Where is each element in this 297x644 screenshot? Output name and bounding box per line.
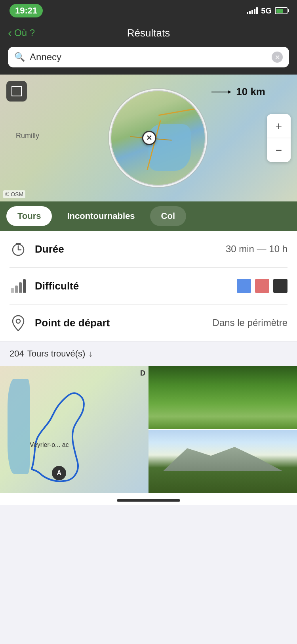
filter-departure[interactable]: Point de départ Dans le périmètre: [10, 305, 287, 341]
svg-point-7: [16, 319, 20, 323]
pin-icon: [10, 314, 27, 332]
tour-images: Veyrier-o... ac A D: [0, 366, 297, 493]
results-bar: 204 Tours trouvé(s) ↓: [0, 341, 297, 366]
tour-card[interactable]: Veyrier-o... ac A D: [0, 366, 297, 493]
home-bar: [117, 499, 180, 502]
svg-rect-2: [12, 86, 21, 96]
sort-icon[interactable]: ↓: [88, 349, 93, 359]
tour-map-thumbnail: Veyrier-o... ac A D: [0, 366, 148, 493]
difficulty-label: Difficulté: [35, 280, 79, 292]
osm-credit: © OSM: [3, 190, 25, 198]
duration-value: 30 min — 10 h: [226, 243, 287, 255]
search-input[interactable]: Annecy: [30, 52, 267, 63]
timer-icon: [10, 240, 27, 258]
signal-bars-icon: [247, 7, 258, 14]
chevron-left-icon: ‹: [8, 26, 12, 40]
forest-photo: [148, 366, 297, 429]
difficulty-icon: [10, 277, 27, 295]
tour-label-d: D: [140, 369, 145, 378]
map-area[interactable]: Rumilly ✕ 10: [0, 75, 297, 201]
difficulty-medium[interactable]: [255, 279, 269, 293]
difficulty-easy[interactable]: [237, 279, 251, 293]
clear-search-button[interactable]: ✕: [272, 52, 283, 63]
duration-label: Durée: [35, 243, 64, 255]
distance-text: 10 km: [236, 86, 265, 98]
results-label: Tours trouvé(s): [27, 349, 86, 359]
fullscreen-button[interactable]: [6, 81, 27, 102]
fullscreen-icon: [11, 86, 22, 96]
departure-value: Dans le périmètre: [213, 317, 287, 328]
search-container: 🔍 Annecy ✕: [0, 47, 297, 75]
route-line: [0, 366, 148, 493]
tab-col[interactable]: Col: [150, 206, 186, 226]
filter-duration[interactable]: Durée 30 min — 10 h: [10, 231, 287, 268]
page-title: Résultats: [127, 27, 170, 39]
search-icon: 🔍: [14, 52, 25, 62]
map-label-rumilly: Rumilly: [16, 132, 39, 140]
map-center-marker: ✕: [142, 131, 156, 145]
zoom-controls: + −: [267, 114, 291, 162]
status-right: 5G: [247, 6, 287, 15]
zoom-in-button[interactable]: +: [267, 114, 291, 138]
tour-photo-1: [148, 366, 297, 429]
tab-bar: Tours Incontournables Col: [0, 201, 297, 231]
filter-difficulty[interactable]: Difficulté: [10, 268, 287, 305]
svg-marker-1: [228, 90, 231, 94]
results-count: 204: [10, 349, 24, 359]
status-time: 19:21: [10, 4, 43, 17]
tab-tours[interactable]: Tours: [6, 206, 52, 226]
marker-x-icon: ✕: [146, 134, 152, 142]
distance-label: 10 km: [211, 86, 265, 98]
map-radius-circle: [110, 90, 206, 186]
tour-location-label: Veyrier-o... ac: [30, 441, 69, 448]
difficulty-hard[interactable]: [273, 279, 287, 293]
filter-section: Durée 30 min — 10 h Difficulté Poin: [0, 231, 297, 341]
tour-start-marker: A: [52, 466, 66, 480]
tour-photo-2: [148, 430, 297, 493]
search-bar[interactable]: 🔍 Annecy ✕: [8, 47, 289, 67]
nav-header: ‹ Où ? Résultats: [0, 21, 297, 47]
difficulty-color-filters: [237, 279, 287, 293]
tab-incontournables[interactable]: Incontournables: [56, 206, 146, 226]
departure-label: Point de départ: [35, 317, 110, 329]
zoom-out-button[interactable]: −: [267, 138, 291, 162]
mountain-photo: [148, 430, 297, 493]
network-label: 5G: [261, 6, 272, 15]
home-indicator: [0, 493, 297, 505]
status-bar: 19:21 5G: [0, 0, 297, 21]
back-label: Où ?: [14, 27, 35, 38]
tour-photos: [148, 366, 297, 493]
back-button[interactable]: ‹ Où ?: [8, 26, 35, 40]
battery-icon: [275, 7, 287, 14]
